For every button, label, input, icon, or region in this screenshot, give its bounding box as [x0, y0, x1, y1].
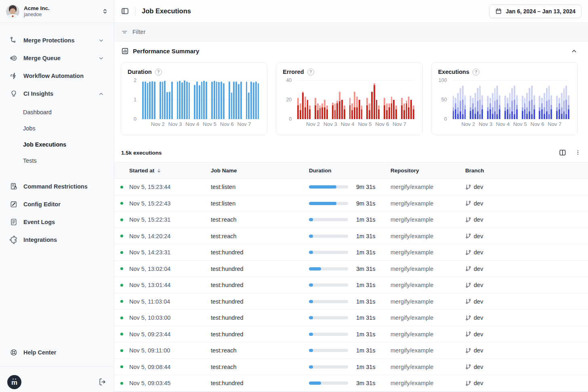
sidebar-item-tests[interactable]: Tests — [5, 153, 109, 169]
column-header-started-at[interactable]: Started at — [129, 168, 211, 174]
bar — [253, 82, 254, 119]
table-row[interactable]: Nov 5, 13:02:04 test:hundred 3m 31s merg… — [114, 261, 588, 277]
git-branch-icon — [465, 200, 471, 206]
y-tick-label: 0 — [289, 116, 292, 122]
git-branch-icon — [465, 348, 471, 354]
bar-segment — [376, 100, 378, 119]
sidebar-item-help-center[interactable]: Help Center — [5, 344, 109, 361]
bar-segment — [496, 100, 498, 114]
sidebar-item-dashboard[interactable]: Dashboard — [5, 104, 109, 120]
bar — [297, 98, 299, 119]
collapse-chevron-up-icon[interactable] — [571, 48, 581, 55]
bar-segment — [526, 114, 528, 119]
kebab-menu-icon[interactable] — [575, 149, 581, 156]
status-success-dot — [120, 349, 123, 352]
bar-segment — [462, 86, 464, 100]
sidebar-item-label: Dashboard — [23, 109, 52, 115]
sidebar-item-jobs[interactable]: Jobs — [5, 120, 109, 136]
table-row[interactable]: Nov 5, 09:03:45 test:hundred 3m 31s merg… — [114, 375, 588, 392]
sidebar-item-config-editor[interactable]: Config Editor — [5, 195, 109, 213]
bar-segment — [349, 98, 351, 105]
org-switcher[interactable]: Acme Inc. janedoe — [0, 0, 114, 23]
sidebar-item-job-executions[interactable]: Job Executions — [5, 136, 109, 153]
table-row[interactable]: Nov 5, 11:03:04 test:hundred 1m 31s merg… — [114, 293, 588, 310]
started-at-cell: Nov 5, 14:20:24 — [129, 233, 211, 239]
bar-segment — [504, 96, 506, 107]
bar-segment — [354, 92, 355, 107]
x-tick-label: Nov 4 — [496, 121, 510, 127]
sidebar-item-ci-insights[interactable]: CI Insights — [5, 85, 109, 103]
bar-segment — [341, 100, 343, 119]
bar — [401, 98, 403, 119]
logout-icon[interactable] — [99, 378, 107, 386]
bar-segment — [494, 88, 496, 101]
sidebar-item-event-logs[interactable]: Event Logs — [5, 213, 109, 231]
bar-segment — [142, 82, 144, 119]
org-username: janedoe — [24, 12, 50, 17]
column-header-repository[interactable]: Repository — [391, 168, 465, 174]
repository-cell: mergify/example — [391, 282, 465, 288]
duration-progress-bar — [309, 251, 348, 254]
bar-segment — [160, 82, 161, 119]
sidebar-item-merge-queue[interactable]: Merge Queue — [5, 49, 109, 67]
sidebar-item-workflow-automation[interactable]: Workflow Automation — [5, 67, 109, 85]
duration-value: 1m 31s — [356, 233, 376, 239]
repository-cell: mergify/example — [391, 347, 465, 354]
bar — [516, 95, 518, 119]
table-row[interactable]: Nov 5, 14:20:24 test:reach 1m 31s mergif… — [114, 228, 588, 245]
table-row[interactable]: Nov 5, 09:08:44 test:reach 1m 31s mergif… — [114, 359, 588, 375]
bar — [220, 82, 222, 119]
performance-summary-title: Performance Summary — [133, 48, 199, 55]
table-row[interactable]: Nov 5, 09:23:44 test:hundred 1m 31s merg… — [114, 326, 588, 343]
mergify-logo[interactable]: m — [7, 375, 21, 389]
sidebar-item-merge-protections[interactable]: Merge Protections — [5, 31, 109, 49]
bar-segment — [233, 82, 235, 119]
bar — [315, 98, 316, 119]
table-row[interactable]: Nov 5, 09:11:00 test:reach 1m 31s mergif… — [114, 342, 588, 359]
repository-cell: mergify/example — [391, 331, 465, 337]
life-buoy-icon — [10, 348, 18, 356]
bar-group: Nov 7 — [384, 80, 397, 119]
table-row[interactable]: Nov 5, 15:22:31 test:reach 1m 31s mergif… — [114, 212, 588, 228]
table-row[interactable]: Nov 5, 15:22:43 test:listen 9m 31s mergi… — [114, 195, 588, 212]
sidebar-item-command-restrictions[interactable]: Command Restrictions — [5, 178, 109, 195]
executions-count: 1.5k executions — [121, 150, 162, 156]
bar — [326, 105, 328, 119]
column-header-duration[interactable]: Duration — [309, 168, 391, 174]
repository-cell: mergify/example — [391, 249, 465, 256]
help-icon[interactable]: ? — [307, 69, 314, 75]
bar-segment — [220, 82, 222, 119]
help-icon[interactable]: ? — [155, 69, 162, 75]
bar-segment — [406, 101, 407, 103]
sidebar-item-integrations[interactable]: Integrations — [5, 231, 109, 249]
bar-segment — [481, 95, 483, 105]
git-branch-icon — [465, 315, 471, 321]
columns-icon[interactable] — [559, 149, 567, 157]
bar — [235, 82, 237, 119]
bar-segment — [479, 100, 481, 114]
bar-segment — [559, 109, 560, 119]
chart-cards: Duration ? 210Nov 2Nov 3Nov 4Nov 5Nov 6N… — [114, 61, 588, 144]
bar-segment — [509, 114, 511, 119]
status-success-dot — [120, 317, 123, 319]
table-row[interactable]: Nov 5, 10:03:00 test:hundred 1m 31s merg… — [114, 310, 588, 326]
table-row[interactable]: Nov 5, 13:01:44 test:hundred 1m 31s merg… — [114, 277, 588, 293]
filter-bar[interactable]: Filter — [114, 23, 588, 42]
duration-progress-bar — [309, 267, 348, 270]
bar — [460, 88, 461, 119]
bar-segment — [369, 110, 370, 119]
x-tick-label: Nov 5 — [203, 121, 216, 127]
bar — [509, 93, 511, 119]
table-row[interactable]: Nov 5, 15:23:44 test:listen 9m 31s mergi… — [114, 179, 588, 195]
org-select-chevrons-icon[interactable] — [102, 8, 108, 15]
column-header-branch[interactable]: Branch — [465, 168, 588, 174]
date-range-picker[interactable]: Jan 6, 2024 – Jan 13, 2024 — [489, 4, 582, 18]
x-tick-label: Nov 2 — [461, 121, 475, 127]
bar-segment — [539, 111, 540, 119]
column-header-job-name[interactable]: Job Name — [211, 168, 309, 174]
sidebar-toggle-icon[interactable] — [121, 7, 129, 15]
table-row[interactable]: Nov 5, 14:23:31 test:hundred 1m 31s merg… — [114, 244, 588, 261]
help-icon[interactable]: ? — [472, 69, 479, 75]
bar-segment — [489, 103, 491, 109]
bar — [194, 85, 195, 119]
